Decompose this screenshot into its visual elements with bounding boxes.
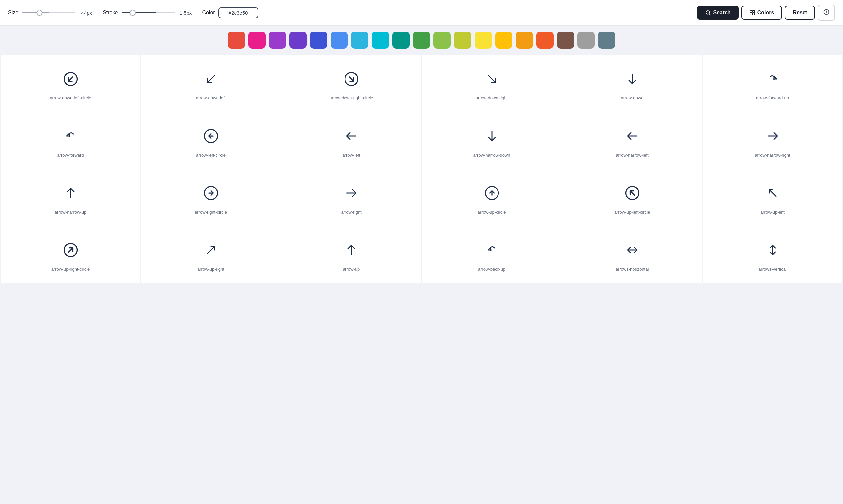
icon-card-arrow-down-right[interactable]: arrow-down-right [422, 55, 562, 112]
icon-label-arrow-down: arrow-down [621, 95, 643, 101]
icon-label-arrows-vertical: arrows-vertical [758, 267, 787, 272]
icon-label-arrow-down-left: arrow-down-left [196, 95, 226, 101]
stroke-slider[interactable] [122, 12, 175, 13]
icon-card-arrow-back-up[interactable]: arrow-back-up [422, 227, 562, 283]
arrow-down-right-circle-icon [342, 69, 361, 89]
icon-label-arrow-left-circle: arrow-left-circle [196, 152, 226, 158]
color-swatch-17[interactable] [578, 32, 595, 49]
size-value: 44px [79, 10, 92, 16]
icon-card-arrow-left-circle[interactable]: arrow-left-circle [141, 112, 281, 169]
icon-label-arrow-down-right: arrow-down-right [476, 95, 508, 101]
arrow-narrow-down-icon [482, 126, 502, 146]
icon-card-arrow-up-left[interactable]: arrow-up-left [703, 169, 842, 226]
arrow-left-icon [342, 126, 361, 146]
color-swatch-13[interactable] [495, 32, 513, 49]
icon-card-arrow-down-left-circle[interactable]: arrow-down-left-circle [1, 55, 140, 112]
size-slider-container: 44px [22, 10, 92, 16]
colors-icon [750, 10, 755, 16]
arrow-up-right-icon [201, 240, 221, 260]
icon-card-arrow-down-left[interactable]: arrow-down-left [141, 55, 281, 112]
icon-label-arrow-left: arrow-left [342, 152, 360, 158]
stroke-group: Stroke 1.5px [103, 10, 191, 16]
icon-card-arrow-narrow-up[interactable]: arrow-narrow-up [1, 169, 140, 226]
icon-card-arrow-narrow-down[interactable]: arrow-narrow-down [422, 112, 562, 169]
icon-label-arrow-down-left-circle: arrow-down-left-circle [50, 95, 91, 101]
icon-label-arrow-up-left: arrow-up-left [760, 210, 785, 215]
color-swatch-8[interactable] [392, 32, 410, 49]
color-swatch-9[interactable] [413, 32, 430, 49]
svg-rect-2 [750, 10, 752, 12]
icon-card-arrow-left[interactable]: arrow-left [281, 112, 421, 169]
icon-card-arrow-forward[interactable]: arrow-forward [1, 112, 140, 169]
stroke-slider-container: 1.5px [122, 10, 191, 16]
stroke-value: 1.5px [178, 10, 191, 16]
svg-rect-3 [753, 10, 755, 12]
icon-card-arrow-up-circle[interactable]: arrow-up-circle [422, 169, 562, 226]
svg-line-1 [709, 14, 710, 15]
color-swatch-10[interactable] [433, 32, 451, 49]
color-swatch-4[interactable] [310, 32, 327, 49]
color-input[interactable]: #2c3e50 [218, 7, 258, 18]
history-button[interactable] [818, 5, 835, 21]
icon-card-arrow-right[interactable]: arrow-right [281, 169, 421, 226]
arrow-down-left-circle-icon [61, 69, 81, 89]
icon-card-arrow-up-right-circle[interactable]: arrow-up-right-circle [1, 227, 140, 283]
icon-card-arrow-narrow-right[interactable]: arrow-narrow-right [703, 112, 842, 169]
reset-button[interactable]: Reset [785, 6, 815, 20]
arrow-up-left-icon [763, 183, 782, 203]
color-swatch-12[interactable] [475, 32, 492, 49]
icon-card-arrows-vertical[interactable]: arrows-vertical [703, 227, 842, 283]
arrow-down-right-icon [482, 69, 502, 89]
icon-card-arrow-up-left-circle[interactable]: arrow-up-left-circle [562, 169, 702, 226]
size-group: Size 44px [8, 10, 92, 16]
icon-card-arrow-up[interactable]: arrow-up [281, 227, 421, 283]
arrow-down-icon [622, 69, 642, 89]
arrow-up-right-circle-icon [61, 240, 81, 260]
arrow-narrow-up-icon [61, 183, 81, 203]
color-swatch-6[interactable] [351, 32, 368, 49]
arrow-right-circle-icon [201, 183, 221, 203]
color-swatch-16[interactable] [557, 32, 574, 49]
color-group: Color #2c3e50 [202, 7, 258, 18]
color-swatch-14[interactable] [516, 32, 533, 49]
search-icon [705, 10, 711, 16]
icon-label-arrow-up-right: arrow-up-right [197, 267, 224, 272]
icon-label-arrow-narrow-down: arrow-narrow-down [473, 152, 511, 158]
color-swatch-7[interactable] [372, 32, 389, 49]
arrow-back-up-icon [482, 240, 502, 260]
reset-label: Reset [793, 10, 807, 16]
arrows-vertical-icon [763, 240, 782, 260]
arrow-forward-up-icon [763, 69, 782, 89]
icon-card-arrow-forward-up[interactable]: arrow-forward-up [703, 55, 842, 112]
size-slider[interactable] [22, 12, 75, 13]
icon-label-arrow-down-right-circle: arrow-down-right-circle [329, 95, 373, 101]
icon-label-arrows-horizontal: arrows-horizontal [616, 267, 649, 272]
svg-rect-4 [750, 13, 752, 15]
search-label: Search [713, 10, 730, 16]
icon-card-arrow-right-circle[interactable]: arrow-right-circle [141, 169, 281, 226]
icon-card-arrow-down-right-circle[interactable]: arrow-down-right-circle [281, 55, 421, 112]
arrows-horizontal-icon [622, 240, 642, 260]
color-swatch-2[interactable] [269, 32, 286, 49]
color-swatch-15[interactable] [536, 32, 554, 49]
color-swatch-1[interactable] [248, 32, 265, 49]
color-swatch-11[interactable] [454, 32, 471, 49]
colors-button[interactable]: Colors [741, 6, 782, 20]
icon-label-arrow-back-up: arrow-back-up [478, 267, 505, 272]
arrow-up-left-circle-icon [622, 183, 642, 203]
icon-card-arrow-up-right[interactable]: arrow-up-right [141, 227, 281, 283]
icon-label-arrow-up-circle: arrow-up-circle [478, 210, 506, 215]
color-label: Color [202, 10, 215, 16]
arrow-up-circle-icon [482, 183, 502, 203]
icon-label-arrow-right-circle: arrow-right-circle [195, 210, 227, 215]
color-swatch-5[interactable] [330, 32, 348, 49]
icon-card-arrows-horizontal[interactable]: arrows-horizontal [562, 227, 702, 283]
button-group: Search Colors Reset [697, 5, 835, 21]
color-swatch-18[interactable] [598, 32, 615, 49]
icon-card-arrow-narrow-left[interactable]: arrow-narrow-left [562, 112, 702, 169]
arrow-down-left-icon [201, 69, 221, 89]
color-swatch-0[interactable] [228, 32, 245, 49]
icon-card-arrow-down[interactable]: arrow-down [562, 55, 702, 112]
color-swatch-3[interactable] [289, 32, 307, 49]
search-button[interactable]: Search [697, 6, 738, 20]
